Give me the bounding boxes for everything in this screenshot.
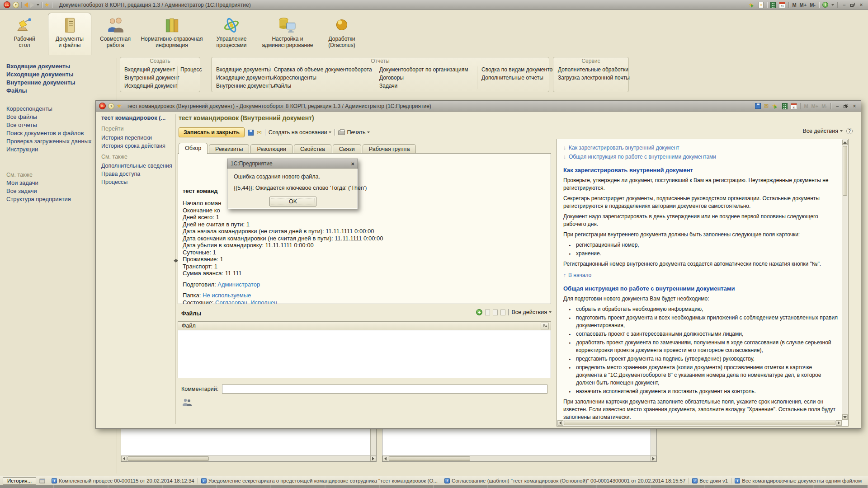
save-icon[interactable]: [248, 130, 254, 136]
calculator-icon[interactable]: [770, 2, 776, 8]
nav-access-rights[interactable]: Права доступа: [101, 170, 173, 178]
info-icon[interactable]: i: [822, 2, 828, 8]
close-icon[interactable]: ×: [351, 160, 354, 167]
add-favorite-icon[interactable]: ★: [772, 103, 779, 109]
working-group-icon[interactable]: [182, 398, 193, 408]
create-based-on-button[interactable]: Создать на основании: [269, 129, 332, 136]
scroll-down-icon[interactable]: [842, 414, 848, 420]
comment-input[interactable]: [222, 385, 547, 394]
maximize-button[interactable]: [844, 104, 848, 108]
back-arrow-icon[interactable]: [24, 2, 28, 8]
ok-button[interactable]: OK: [269, 197, 316, 206]
nav-validity-history[interactable]: История срока действия: [101, 142, 173, 150]
service-email-load[interactable]: Загрузка электронной почты: [558, 74, 630, 82]
nav-splitter[interactable]: [175, 114, 176, 424]
calendar-icon[interactable]: 31: [791, 103, 797, 109]
nav-processes[interactable]: Процессы: [101, 178, 173, 186]
save-and-close-button[interactable]: Записать и закрыть: [179, 127, 245, 137]
state-link[interactable]: Согласован, Исполнен: [215, 299, 277, 305]
sidebar-item-internal[interactable]: Внутренние документы: [6, 79, 115, 87]
scroll-right-icon[interactable]: [836, 420, 842, 426]
report-contracts[interactable]: Договоры: [379, 74, 468, 82]
horizontal-scrollbar[interactable]: [121, 455, 376, 461]
sort-icon[interactable]: [541, 323, 549, 329]
files-table-header[interactable]: Файл: [178, 321, 551, 330]
report-volume[interactable]: Справка об объеме документооборота: [274, 66, 372, 74]
memory-mplus-button[interactable]: M+: [800, 2, 807, 8]
report-outgoing[interactable]: Исходящие документы: [216, 74, 275, 82]
ribbon-tab-documents[interactable]: Документыи файлы: [48, 13, 91, 55]
report-summary-by-type[interactable]: Сводка по видам документов: [481, 66, 556, 74]
help-horizontal-scrollbar[interactable]: [557, 420, 842, 426]
report-files[interactable]: Файлы: [274, 82, 372, 90]
print-button[interactable]: Печать: [338, 129, 370, 136]
status-item[interactable]: iВсе командировочные документы одним фай…: [731, 478, 862, 483]
tab-overview[interactable]: Обзор: [179, 143, 208, 154]
memory-m-button[interactable]: M: [804, 103, 808, 109]
send-mail-icon[interactable]: ✉: [257, 130, 262, 136]
folder-link[interactable]: Не используемые: [203, 292, 251, 299]
system-menu-icon[interactable]: ▾: [13, 2, 19, 8]
report-by-organization[interactable]: Документооборот по организациям: [379, 66, 468, 74]
toc-link-general[interactable]: Общая инструкция по работе с внутренними…: [569, 153, 716, 161]
ribbon-tab-reference-info[interactable]: Нормативно-справочнаяинформация: [139, 13, 204, 55]
vertical-scrollbar[interactable]: [651, 429, 656, 456]
file-properties-icon[interactable]: [500, 310, 505, 315]
report-incoming[interactable]: Входящие документы: [216, 66, 275, 74]
all-actions-button[interactable]: Все действия: [802, 128, 843, 134]
scroll-left-icon[interactable]: [121, 456, 127, 461]
report-tasks[interactable]: Задачи: [379, 82, 468, 90]
status-item[interactable]: iВсе доки v1: [689, 478, 728, 483]
ribbon-tab-desktop[interactable]: Рабочийстол: [5, 13, 44, 55]
toc-link-register[interactable]: Как зарегистрировать внутренний документ: [569, 144, 679, 152]
status-item[interactable]: iУведомление секретариата о предстоящей …: [198, 478, 438, 483]
favorites-star-icon[interactable]: ★: [117, 103, 122, 109]
favorites-star-icon[interactable]: ★: [44, 2, 50, 8]
create-internal-document[interactable]: Внутренний документ: [124, 74, 179, 82]
sidebar-item-outgoing[interactable]: Исходящие документы: [6, 70, 115, 79]
prepared-by-link[interactable]: Администратор: [217, 281, 260, 288]
report-additional[interactable]: Дополнительные отчеты: [481, 74, 556, 82]
scrollbar-thumb[interactable]: [564, 421, 835, 425]
mail-icon[interactable]: ✉: [764, 103, 769, 109]
status-item[interactable]: iКомплексный процесс 00-000115 от 20.02.…: [48, 478, 194, 483]
tab-working-group[interactable]: Рабочая группа: [363, 144, 416, 154]
forward-arrow-icon[interactable]: [30, 2, 34, 8]
save-file-icon[interactable]: [493, 310, 498, 315]
memory-m-button[interactable]: M: [792, 2, 796, 8]
create-incoming-document[interactable]: Входящий документ: [124, 66, 179, 74]
scrollbar-thumb[interactable]: [389, 456, 470, 461]
add-favorite-icon[interactable]: ★: [748, 2, 755, 8]
calendar-icon[interactable]: 31: [779, 2, 785, 8]
history-dropdown-icon[interactable]: [37, 4, 39, 6]
open-file-icon[interactable]: [485, 310, 490, 315]
dock-panel-icon[interactable]: [39, 478, 45, 484]
tab-links[interactable]: Связи: [333, 144, 361, 154]
create-process[interactable]: Процесс: [180, 66, 202, 74]
minimize-button[interactable]: −: [834, 103, 840, 109]
close-button[interactable]: ×: [858, 2, 864, 8]
files-all-actions-button[interactable]: Все действия: [511, 309, 552, 315]
back-to-top-link[interactable]: В начало: [568, 272, 591, 279]
help-button[interactable]: ?: [846, 128, 853, 134]
ribbon-tab-administration[interactable]: Настройка иадминистрирование: [259, 13, 316, 55]
favorites-page-icon[interactable]: ★: [759, 2, 764, 8]
ribbon-tab-custom[interactable]: Доработки(Draconus): [320, 13, 363, 55]
restore-button[interactable]: [850, 3, 855, 7]
horizontal-scrollbar[interactable]: [382, 455, 656, 461]
help-vertical-scrollbar[interactable]: [842, 140, 848, 420]
tab-requisites[interactable]: Реквизиты: [209, 144, 249, 154]
files-table-body[interactable]: [178, 330, 551, 378]
add-file-icon[interactable]: +: [476, 309, 482, 315]
nav-additional-info[interactable]: Дополнительные сведения: [101, 162, 173, 170]
info-dropdown-icon[interactable]: [831, 4, 834, 6]
sidebar-item-incoming[interactable]: Входящие документы: [6, 62, 115, 70]
nav-correspondence-history[interactable]: История переписки: [101, 134, 173, 142]
memory-mplus-button[interactable]: M+: [811, 103, 819, 109]
scroll-left-icon[interactable]: [382, 456, 388, 461]
memory-mminus-button[interactable]: M-: [810, 2, 816, 8]
save-icon[interactable]: [755, 103, 761, 109]
tab-resolutions[interactable]: Резолюции: [250, 144, 292, 154]
sidebar-item-files[interactable]: Файлы: [6, 87, 115, 95]
create-outgoing-document[interactable]: Исходящий документ: [124, 82, 179, 90]
